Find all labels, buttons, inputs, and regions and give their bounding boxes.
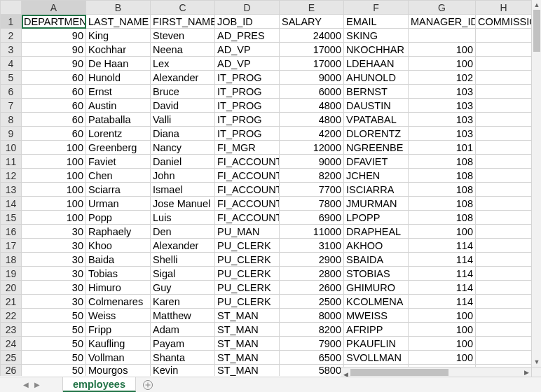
cell-D9[interactable]: IT_PROG [215, 127, 280, 141]
cell-C8[interactable]: Valli [151, 113, 215, 127]
cell-G24[interactable]: 100 [409, 337, 476, 351]
cell-A21[interactable]: 30 [22, 295, 86, 309]
cell-F1[interactable]: EMAIL [344, 15, 409, 29]
row-header-18[interactable]: 18 [1, 253, 22, 267]
cell-E26[interactable]: 5800 [280, 365, 344, 377]
cell-D7[interactable]: IT_PROG [215, 99, 280, 113]
cell-C15[interactable]: Luis [151, 211, 215, 225]
row-header-13[interactable]: 13 [1, 183, 22, 197]
cell-B10[interactable]: Greenberg [86, 141, 151, 155]
cell-G5[interactable]: 102 [409, 71, 476, 85]
row-header-25[interactable]: 25 [1, 351, 22, 365]
cell-D3[interactable]: AD_VP [215, 43, 280, 57]
cell-G21[interactable]: 114 [409, 295, 476, 309]
cell-C7[interactable]: David [151, 99, 215, 113]
cell-H11[interactable] [476, 155, 532, 169]
cell-B12[interactable]: Chen [86, 169, 151, 183]
cell-H3[interactable] [476, 43, 532, 57]
cell-A23[interactable]: 50 [22, 323, 86, 337]
cell-G3[interactable]: 100 [409, 43, 476, 57]
cell-H12[interactable] [476, 169, 532, 183]
row-header-9[interactable]: 9 [1, 127, 22, 141]
cell-C9[interactable]: Diana [151, 127, 215, 141]
cell-G20[interactable]: 114 [409, 281, 476, 295]
cell-H1[interactable]: COMMISSION [476, 15, 532, 29]
cell-C18[interactable]: Shelli [151, 253, 215, 267]
cell-H16[interactable] [476, 225, 532, 239]
scroll-right-icon[interactable]: ▶ [521, 368, 531, 377]
row-header-10[interactable]: 10 [1, 141, 22, 155]
row-header-8[interactable]: 8 [1, 113, 22, 127]
cell-E8[interactable]: 4800 [280, 113, 344, 127]
cell-B18[interactable]: Baida [86, 253, 151, 267]
cell-B24[interactable]: Kaufling [86, 337, 151, 351]
cell-G2[interactable] [409, 29, 476, 43]
cell-H18[interactable] [476, 253, 532, 267]
cell-H24[interactable] [476, 337, 532, 351]
cell-F5[interactable]: AHUNOLD [344, 71, 409, 85]
cell-E22[interactable]: 8000 [280, 309, 344, 323]
cell-E3[interactable]: 17000 [280, 43, 344, 57]
cell-F9[interactable]: DLORENTZ [344, 127, 409, 141]
cell-B9[interactable]: Lorentz [86, 127, 151, 141]
cell-B11[interactable]: Faviet [86, 155, 151, 169]
cell-F3[interactable]: NKOCHHAR [344, 43, 409, 57]
col-header-F[interactable]: F [344, 1, 409, 15]
cell-D12[interactable]: FI_ACCOUNT [215, 169, 280, 183]
cell-H14[interactable] [476, 197, 532, 211]
cell-A5[interactable]: 60 [22, 71, 86, 85]
row-header-21[interactable]: 21 [1, 295, 22, 309]
horizontal-scroll-thumb[interactable] [350, 369, 448, 376]
cell-G6[interactable]: 103 [409, 85, 476, 99]
select-all-corner[interactable] [1, 1, 22, 15]
cell-B22[interactable]: Weiss [86, 309, 151, 323]
row-header-15[interactable]: 15 [1, 211, 22, 225]
cell-C2[interactable]: Steven [151, 29, 215, 43]
col-header-D[interactable]: D [215, 1, 280, 15]
cell-B26[interactable]: Mourgos [86, 365, 151, 377]
cell-D11[interactable]: FI_ACCOUNT [215, 155, 280, 169]
cell-H21[interactable] [476, 295, 532, 309]
cell-B25[interactable]: Vollman [86, 351, 151, 365]
cell-E4[interactable]: 17000 [280, 57, 344, 71]
cell-E12[interactable]: 8200 [280, 169, 344, 183]
cell-A10[interactable]: 100 [22, 141, 86, 155]
cell-A9[interactable]: 60 [22, 127, 86, 141]
row-header-12[interactable]: 12 [1, 169, 22, 183]
cell-A14[interactable]: 100 [22, 197, 86, 211]
cell-A8[interactable]: 60 [22, 113, 86, 127]
cell-F24[interactable]: PKAUFLIN [344, 337, 409, 351]
cell-D19[interactable]: PU_CLERK [215, 267, 280, 281]
cell-A24[interactable]: 50 [22, 337, 86, 351]
cell-H10[interactable] [476, 141, 532, 155]
cell-E21[interactable]: 2500 [280, 295, 344, 309]
cell-D25[interactable]: ST_MAN [215, 351, 280, 365]
cell-B19[interactable]: Tobias [86, 267, 151, 281]
cell-D5[interactable]: IT_PROG [215, 71, 280, 85]
cell-G9[interactable]: 103 [409, 127, 476, 141]
cell-G16[interactable]: 100 [409, 225, 476, 239]
row-header-1[interactable]: 1 [1, 15, 22, 29]
cell-E9[interactable]: 4200 [280, 127, 344, 141]
col-header-A[interactable]: A [22, 1, 86, 15]
cell-C4[interactable]: Lex [151, 57, 215, 71]
cell-H20[interactable] [476, 281, 532, 295]
cell-F4[interactable]: LDEHAAN [344, 57, 409, 71]
cell-E11[interactable]: 9000 [280, 155, 344, 169]
cell-A11[interactable]: 100 [22, 155, 86, 169]
row-header-23[interactable]: 23 [1, 323, 22, 337]
cell-A18[interactable]: 30 [22, 253, 86, 267]
sheet-tab-employees[interactable]: employees [63, 377, 136, 392]
cell-H8[interactable] [476, 113, 532, 127]
cell-A13[interactable]: 100 [22, 183, 86, 197]
row-header-11[interactable]: 11 [1, 155, 22, 169]
cell-D23[interactable]: ST_MAN [215, 323, 280, 337]
cell-A16[interactable]: 30 [22, 225, 86, 239]
cell-E2[interactable]: 24000 [280, 29, 344, 43]
cell-C19[interactable]: Sigal [151, 267, 215, 281]
cell-F21[interactable]: KCOLMENA [344, 295, 409, 309]
cell-G11[interactable]: 108 [409, 155, 476, 169]
cell-E16[interactable]: 11000 [280, 225, 344, 239]
row-header-26[interactable]: 26 [1, 365, 22, 377]
cell-E6[interactable]: 6000 [280, 85, 344, 99]
